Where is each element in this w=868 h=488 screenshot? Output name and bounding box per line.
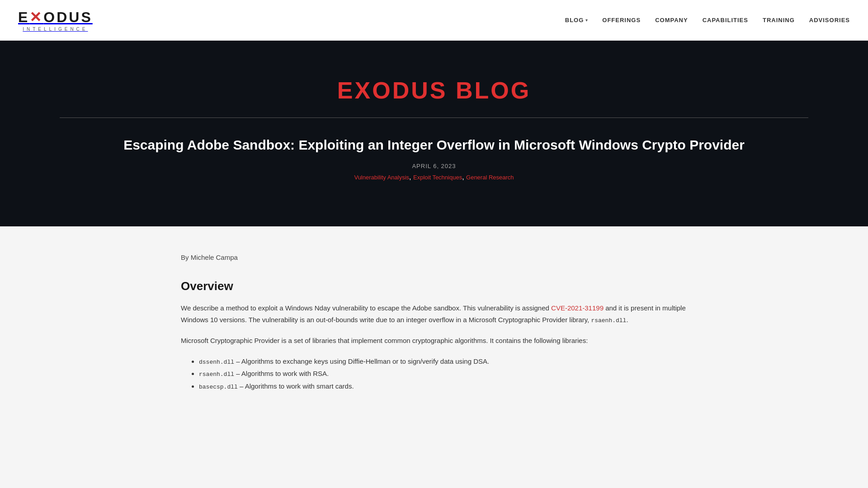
cve-link[interactable]: CVE-2021-31199 <box>551 304 604 312</box>
logo-text: E✕ODUS <box>18 9 93 26</box>
list-item: dssenh.dll – Algorithms to exchange keys… <box>199 355 687 367</box>
post-date: APRIL 6, 2023 <box>18 163 850 169</box>
tag-general-research[interactable]: General Research <box>466 174 514 181</box>
tag-exploit-techniques[interactable]: Exploit Techniques <box>413 174 462 181</box>
header: E✕ODUS INTELLIGENCE BLOG ▾ OFFERINGS COM… <box>0 0 868 41</box>
logo-link[interactable]: E✕ODUS INTELLIGENCE <box>18 9 93 32</box>
logo-wrapper: E✕ODUS INTELLIGENCE <box>18 9 93 32</box>
author-line: By Michele Campa <box>181 253 687 261</box>
hero-section: EXODUS BLOG Escaping Adobe Sandbox: Expl… <box>0 41 868 226</box>
list-item: basecsp.dll – Algorithms to work with sm… <box>199 380 687 392</box>
nav-item-company[interactable]: COMPANY <box>655 17 688 23</box>
lib-code-3: basecsp.dll <box>199 384 238 390</box>
tag-separator-2: , <box>462 173 466 181</box>
hero-divider <box>60 117 808 118</box>
blog-title-part2: BLOG <box>456 77 531 103</box>
nav-item-advisories[interactable]: ADVISORIES <box>809 17 850 23</box>
libraries-list: dssenh.dll – Algorithms to exchange keys… <box>181 355 687 392</box>
blog-title-part1: EXODUS <box>337 77 456 103</box>
dropdown-arrow-icon: ▾ <box>585 18 588 23</box>
content-wrapper: By Michele Campa Overview We describe a … <box>0 226 868 428</box>
logo-area: E✕ODUS INTELLIGENCE <box>18 9 93 32</box>
inline-code-rsaenh: rsaenh.dll <box>591 317 626 324</box>
period-1: . <box>626 316 628 324</box>
tag-vulnerability-analysis[interactable]: Vulnerability Analysis <box>354 174 409 181</box>
nav-item-capabilities[interactable]: CAPABILITIES <box>703 17 748 23</box>
overview-p1-text: We describe a method to exploit a Window… <box>181 304 549 312</box>
overview-paragraph-2: Microsoft Cryptographic Provider is a se… <box>181 335 687 347</box>
lib-desc-3: – Algorithms to work with smart cards. <box>240 382 354 390</box>
nav-blog-wrapper: BLOG ▾ <box>565 17 588 23</box>
lib-code-2: rsaenh.dll <box>199 371 234 378</box>
logo-x: ✕ <box>29 9 43 25</box>
nav-item-blog[interactable]: BLOG <box>565 17 584 23</box>
post-title: Escaping Adobe Sandbox: Exploiting an In… <box>118 136 750 154</box>
blog-title: EXODUS BLOG <box>18 77 850 104</box>
lib-desc-1: – Algorithms to exchange keys using Diff… <box>236 357 489 365</box>
main-nav: BLOG ▾ OFFERINGS COMPANY CAPABILITIES TR… <box>565 17 850 23</box>
overview-paragraph-1: We describe a method to exploit a Window… <box>181 302 687 326</box>
post-tags: Vulnerability Analysis, Exploit Techniqu… <box>18 173 850 181</box>
lib-code-1: dssenh.dll <box>199 359 234 366</box>
content-area: By Michele Campa Overview We describe a … <box>163 226 705 428</box>
logo-subtitle: INTELLIGENCE <box>23 27 88 32</box>
nav-item-offerings[interactable]: OFFERINGS <box>602 17 641 23</box>
list-item: rsaenh.dll – Algorithms to work with RSA… <box>199 367 687 380</box>
lib-desc-2: – Algorithms to work with RSA. <box>236 370 329 377</box>
overview-title: Overview <box>181 279 687 293</box>
tag-separator-1: , <box>409 173 413 181</box>
nav-item-training[interactable]: TRAINING <box>763 17 795 23</box>
